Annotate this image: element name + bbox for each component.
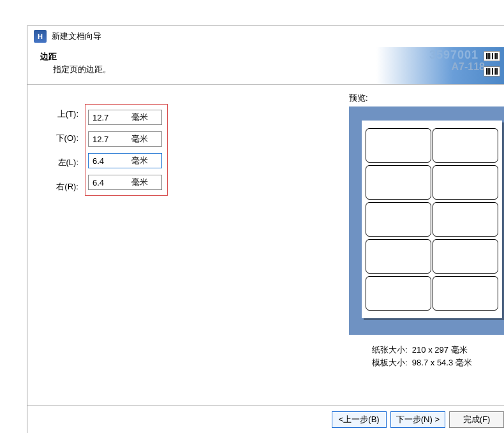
preview-labels-grid: [366, 128, 498, 311]
preview-section: 预览:: [349, 92, 504, 369]
barcode-icon: [484, 51, 500, 61]
margin-left-input[interactable]: 6.4 毫米: [88, 153, 162, 168]
label-cell: [366, 165, 431, 200]
margin-left-label: 左(L):: [40, 156, 78, 169]
margin-right-unit: 毫米: [122, 177, 161, 188]
deco-digits: 3597001: [429, 48, 478, 62]
margins-panel: 12.7 毫米 12.7 毫米 6.4 毫米 6.4 毫米: [85, 104, 168, 196]
next-button[interactable]: 下一步(N) >: [390, 411, 445, 428]
finish-button[interactable]: 完成(F): [449, 411, 504, 428]
label-cell: [366, 239, 431, 274]
margin-bottom-unit: 毫米: [122, 133, 161, 145]
template-size-value: 98.7 x 54.3 毫米: [412, 358, 472, 367]
wizard-content: 上(T): 下(O): 左(L): 右(R): 12.7 毫米 12.7 毫米 …: [27, 85, 504, 404]
margin-top-unit: 毫米: [122, 112, 161, 123]
margin-top-value: 12.7: [89, 113, 122, 122]
label-cell: [366, 276, 431, 311]
label-cell: [433, 165, 498, 200]
preview-info: 纸张大小: 210 x 297 毫米 模板大小: 98.7 x 54.3 毫米: [349, 344, 504, 369]
app-icon: H: [34, 30, 47, 43]
wizard-window: H 新建文档向导 3597001 A7-118 边距 指定页的边距。 上(T):…: [27, 26, 504, 433]
label-cell: [366, 202, 431, 237]
margin-top-input[interactable]: 12.7 毫米: [88, 110, 162, 125]
label-cell: [433, 239, 498, 274]
preview-label: 预览:: [349, 92, 504, 104]
back-button[interactable]: <上一步(B): [332, 411, 387, 428]
template-size-label: 模板大小:: [372, 358, 408, 367]
label-cell: [433, 276, 498, 311]
label-cell: [433, 202, 498, 237]
margin-left-value: 6.4: [89, 156, 122, 166]
titlebar: H 新建文档向导: [27, 26, 504, 47]
margin-left-unit: 毫米: [122, 155, 161, 166]
preview-page: [362, 121, 502, 318]
margin-labels: 上(T): 下(O): 左(L): 右(R):: [40, 108, 78, 193]
barcode-icon: [484, 66, 500, 77]
margin-right-value: 6.4: [89, 178, 122, 187]
window-title: 新建文档向导: [52, 31, 101, 42]
wizard-footer: <上一步(B) 下一步(N) > 完成(F): [27, 405, 504, 433]
paper-size-label: 纸张大小:: [372, 345, 408, 355]
margin-right-label: 右(R):: [40, 180, 78, 193]
margin-bottom-label: 下(O):: [40, 132, 78, 145]
label-cell: [366, 128, 431, 163]
header-decorative-bg: 3597001 A7-118: [376, 47, 504, 84]
margin-right-input[interactable]: 6.4 毫米: [88, 175, 162, 190]
wizard-header: 3597001 A7-118 边距 指定页的边距。: [27, 47, 504, 85]
label-cell: [433, 128, 498, 163]
deco-a7-label: A7-118: [452, 61, 485, 73]
margin-bottom-input[interactable]: 12.7 毫米: [88, 131, 162, 147]
paper-size-value: 210 x 297 毫米: [412, 345, 468, 355]
margin-bottom-value: 12.7: [89, 135, 122, 144]
preview-frame: [349, 106, 504, 335]
margin-top-label: 上(T):: [40, 108, 78, 121]
